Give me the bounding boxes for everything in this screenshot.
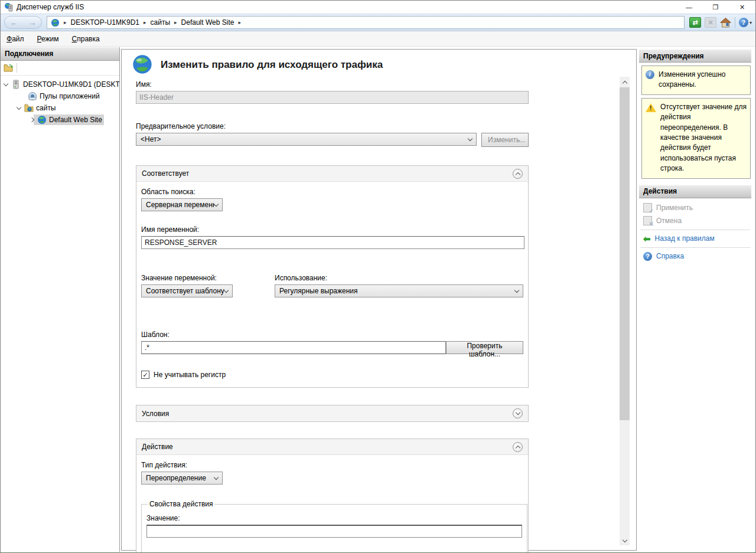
- collapse-section-button[interactable]: [513, 442, 523, 452]
- tree-item-label: Пулы приложений: [40, 92, 100, 100]
- variable-value-label: Значение переменной:: [141, 274, 275, 282]
- window-title: Диспетчер служб IIS: [17, 3, 84, 11]
- forward-nav-icon[interactable]: →: [28, 19, 36, 27]
- info-alert: i Изменения успешно сохранены.: [641, 66, 751, 95]
- refresh-icon[interactable]: ⇄: [689, 17, 701, 28]
- connections-panel: Подключения DESKTOP-U1MK9D1 (DESKTOI Пул…: [1, 47, 120, 552]
- menu-view[interactable]: Режим: [37, 35, 59, 43]
- ignore-case-label: Не учитывать регистр: [154, 371, 226, 379]
- action-section: Действие Тип действия: Переопределение С…: [136, 439, 529, 553]
- scroll-down-icon[interactable]: [620, 535, 630, 545]
- apply-label: Применить: [656, 204, 693, 212]
- expand-section-button[interactable]: [513, 408, 523, 418]
- close-button[interactable]: ✕: [729, 1, 755, 14]
- nav-buttons: ← →: [4, 16, 42, 29]
- tree-item-app-pools[interactable]: Пулы приложений: [1, 90, 119, 102]
- variable-name-label: Имя переменной:: [141, 225, 523, 234]
- chevron-up-icon: [515, 445, 520, 450]
- tree-item-default-web-site[interactable]: Default Web Site: [1, 114, 119, 126]
- home-icon[interactable]: [720, 18, 731, 28]
- tree-item-server[interactable]: DESKTOP-U1MK9D1 (DESKTOI: [1, 78, 119, 90]
- save-connection-icon[interactable]: [4, 64, 13, 72]
- chevron-down-icon: [214, 475, 219, 479]
- action-type-label: Тип действия:: [141, 461, 523, 469]
- tree-item-sites[interactable]: сайты: [1, 102, 119, 114]
- chevron-down-icon: [224, 287, 229, 292]
- warning-icon: [646, 103, 656, 112]
- collapse-section-button[interactable]: [513, 169, 523, 179]
- app-pools-icon: [28, 91, 37, 101]
- breadcrumb-separator-icon: ▸: [144, 19, 146, 25]
- test-pattern-button[interactable]: Проверить шаблон...: [446, 341, 523, 354]
- actions-header: Действия: [639, 185, 751, 198]
- chevron-up-icon: [515, 172, 520, 176]
- menu-help[interactable]: Справка: [72, 35, 100, 43]
- chevron-down-icon: [514, 287, 519, 292]
- conditions-section: Условия: [136, 405, 529, 422]
- breadcrumb-item-server[interactable]: DESKTOP-U1MK9D1: [71, 18, 139, 27]
- scope-value: Серверная переменн: [146, 201, 214, 209]
- breadcrumb-item-site[interactable]: Default Web Site: [181, 18, 234, 27]
- conditions-section-header[interactable]: Условия: [136, 405, 528, 421]
- globe-icon: [51, 18, 60, 27]
- precondition-dropdown[interactable]: <Нет>: [136, 133, 477, 146]
- name-label: Имя:: [136, 80, 529, 89]
- breadcrumb-separator-icon: ▸: [174, 19, 177, 25]
- help-caret-icon: ▾: [750, 20, 752, 25]
- info-alert-text: Изменения успешно сохранены.: [659, 70, 747, 90]
- match-section-title: Соответствует: [142, 169, 189, 178]
- chevron-expanded-icon[interactable]: [17, 104, 21, 109]
- breadcrumb-separator-icon: ▸: [238, 19, 241, 25]
- vertical-scrollbar[interactable]: [620, 77, 630, 545]
- value-label: Значение:: [146, 514, 522, 522]
- actions-separator: [640, 247, 750, 248]
- tree-item-label: Default Web Site: [49, 116, 102, 124]
- chevron-down-icon: [515, 410, 520, 415]
- precondition-label: Предварительное условие:: [136, 122, 529, 130]
- tree-item-label: DESKTOP-U1MK9D1 (DESKTOI: [23, 80, 119, 89]
- title-bar: Диспетчер служб IIS — ❐ ✕: [1, 1, 755, 14]
- help-label: Справка: [656, 252, 684, 260]
- restore-button[interactable]: ❐: [702, 1, 729, 14]
- page-title: Изменить правило для исходящего трафика: [161, 59, 383, 71]
- back-arrow-icon: ⬅: [643, 234, 651, 243]
- cancel-icon: [643, 216, 652, 225]
- chevron-expanded-icon[interactable]: [4, 81, 8, 86]
- scroll-up-icon[interactable]: [620, 77, 630, 87]
- checkmark-icon: ✓: [142, 371, 148, 378]
- cancel-action: Отмена: [639, 214, 751, 227]
- chevron-down-icon: [214, 201, 219, 206]
- action-properties-group: Свойства действия Значение: ✓ Заменить д…: [141, 500, 527, 553]
- warning-alert: Отсутствует значение для действия переоп…: [641, 98, 751, 179]
- using-dropdown[interactable]: Регулярные выражения: [275, 284, 523, 297]
- variable-value-dropdown[interactable]: Соответствует шаблону: [141, 284, 233, 297]
- match-section-header[interactable]: Соответствует: [136, 166, 528, 182]
- selected-tree-item: Default Web Site: [34, 114, 104, 125]
- variable-name-input[interactable]: [141, 236, 524, 249]
- help-action[interactable]: ? Справка: [639, 250, 751, 263]
- apply-icon: [643, 203, 652, 212]
- server-icon: [11, 80, 21, 89]
- help-menu[interactable]: ? ▾: [739, 18, 752, 27]
- menu-file[interactable]: Файл: [6, 35, 24, 43]
- address-bar: ← → ▸ DESKTOP-U1MK9D1 ▸ сайты ▸ Default …: [1, 14, 755, 31]
- pattern-input[interactable]: [141, 341, 446, 354]
- address-toolbar: ⇄ ✕ ? ▾: [689, 17, 752, 28]
- breadcrumb[interactable]: ▸ DESKTOP-U1MK9D1 ▸ сайты ▸ Default Web …: [47, 16, 685, 29]
- value-input[interactable]: [146, 525, 522, 538]
- breadcrumb-item-sites[interactable]: сайты: [151, 18, 171, 27]
- scope-dropdown[interactable]: Серверная переменн: [141, 198, 223, 211]
- menu-bar: Файл Режим Справка: [1, 31, 755, 47]
- warning-alert-text: Отсутствует значение для действия переоп…: [660, 102, 747, 174]
- action-properties-title: Свойства действия: [148, 500, 214, 508]
- action-type-dropdown[interactable]: Переопределение: [141, 472, 223, 485]
- back-nav-icon[interactable]: ←: [10, 19, 18, 27]
- action-section-header[interactable]: Действие: [136, 439, 528, 455]
- minimize-button[interactable]: —: [676, 1, 702, 14]
- ignore-case-checkbox[interactable]: ✓: [141, 371, 149, 379]
- back-to-rules-label: Назад к правилам: [655, 234, 715, 243]
- scrollbar-thumb[interactable]: [620, 87, 630, 420]
- edit-precondition-button[interactable]: Изменить...: [481, 133, 529, 147]
- back-to-rules-action[interactable]: ⬅ Назад к правилам: [639, 233, 751, 245]
- connections-tree: DESKTOP-U1MK9D1 (DESKTOI Пулы приложений…: [1, 76, 119, 126]
